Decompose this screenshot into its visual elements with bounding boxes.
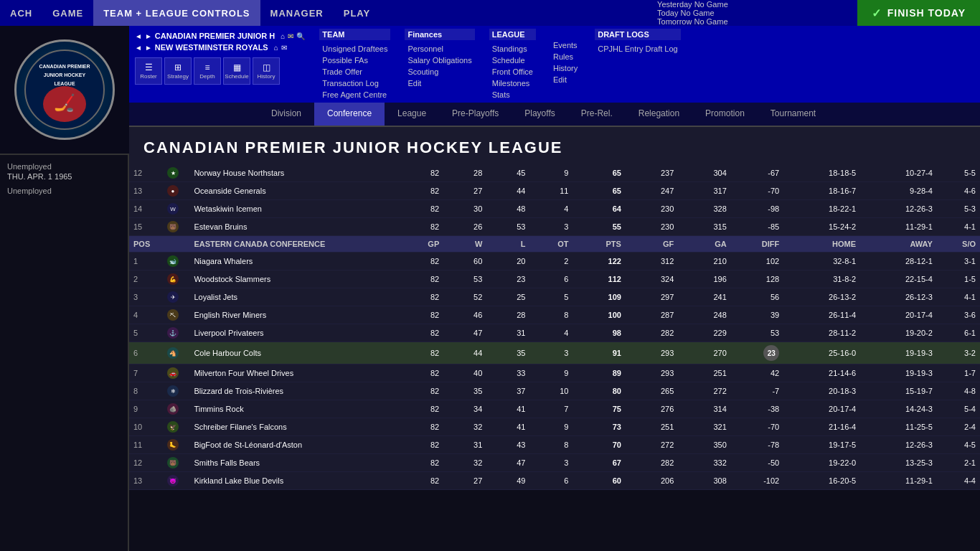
table-row[interactable]: 10 🦅 Schreiber Filane's Falcons 8232419 … [129,418,980,436]
svg-text:LEAGUE: LEAGUE [54,81,75,86]
mail-btn-2[interactable]: ✉ [281,44,287,52]
table-row[interactable]: 15 🐻 Estevan Bruins 8226533 55 230315-85… [129,218,980,236]
team-link-2[interactable]: NEW WESTMINSTER ROYALS [155,43,268,52]
tab-playoffs[interactable]: Playoffs [512,103,567,126]
draft-logs-menu: DRAFT LOGS CPJHL Entry Draft Log [595,29,680,54]
table-row[interactable]: 12 🐻 Smiths Falls Bears 8232473 67 28233… [129,454,980,472]
tab-pre-rel[interactable]: Pre-Rel. [568,103,626,126]
league-menu-item-5[interactable]: Stats [489,90,536,100]
next-arrow-2[interactable]: ► [145,44,152,52]
tab-league[interactable]: League [385,103,439,126]
league-menu2-item-1[interactable]: Events [550,40,580,50]
nav-arrow-row-1: ◄ ► CANADIAN PREMIER JUNIOR H ⌂ ✉ 🔍 [135,32,305,40]
team-menu-item-2[interactable]: Possible FAs [319,55,390,65]
game-nav-btn[interactable]: GAME [42,0,93,26]
table-row[interactable]: 8 ❄ Blizzard de Trois-Rivières 82353710 … [129,382,980,400]
league-menu2-item-4[interactable]: Edit [550,75,580,85]
mail-btn-1[interactable]: ✉ [288,32,293,40]
search-btn-1[interactable]: 🔍 [296,32,305,40]
schedule-tomorrow: No Game [694,17,727,26]
draft-log-item[interactable]: CPJHL Entry Draft Log [595,44,680,54]
manager-nav-btn[interactable]: MANAGER [260,0,334,26]
team-league-nav-btn[interactable]: TEAM + LEAGUE CONTROLS [93,0,260,26]
play-nav-btn[interactable]: PLAY [334,0,380,26]
table-row[interactable]: 2 💪 Woodstock Slammers 8253236 112 32419… [129,270,980,288]
finish-today-button[interactable]: ✓ FINISH TODAY [857,0,980,26]
table-row[interactable]: 1 🐋 Niagara Whalers 8260202 122 31221010… [129,253,980,270]
league-menu-2: Events Rules History Edit [550,29,580,85]
team-menu-item-5[interactable]: Free Agent Centre [319,90,390,100]
sidebar-team: Unemployed [7,187,121,195]
table-row-highlighted[interactable]: 6 🐴 Cole Harbour Colts 8244353 91 293270… [129,342,980,364]
prev-arrow-2[interactable]: ◄ [135,44,142,52]
finance-menu-item-1[interactable]: Personnel [405,44,474,54]
team-logo-icon: 🐻 [167,221,179,232]
finish-today-label: FINISH TODAY [887,7,966,19]
home-btn-1[interactable]: ⌂ [281,32,285,40]
team-menu-item-3[interactable]: Trade Offer [319,67,390,77]
finance-menu-title: Finances [405,29,474,40]
svg-text:JUNIOR HOCKEY: JUNIOR HOCKEY [44,72,86,77]
tab-pre-playoffs[interactable]: Pre-Playoffs [439,103,512,126]
team-menu-item-4[interactable]: Transaction Log [319,78,390,88]
tab-relegation[interactable]: Relegation [626,103,692,126]
table-row[interactable]: 12 ★ Norway House Northstars 8228459 65 … [129,164,980,182]
home-btn-2[interactable]: ⌂ [274,44,278,52]
svg-text:🏒: 🏒 [54,92,75,113]
team-logo-icon: 🐴 [167,347,179,359]
table-row[interactable]: 3 ✈ Loyalist Jets 8252255 109 29724156 2… [129,288,980,306]
strategy-icon-btn[interactable]: ⊞ Strategy [164,57,192,85]
team-logo-icon: 🐋 [167,255,179,267]
svg-text:CANADIAN PREMIER: CANADIAN PREMIER [39,64,90,69]
team-menu-item-1[interactable]: Unsigned Draftees [319,44,390,54]
table-row[interactable]: 7 🚗 Milverton Four Wheel Drives 8240339 … [129,364,980,382]
team-logo-icon: 🚗 [167,367,179,379]
table-row[interactable]: 13 😈 Kirkland Lake Blue Devils 8227496 6… [129,472,980,490]
main-content: CANADIAN PREMIER JUNIOR HOCKEY LEAGUE [129,127,980,490]
standings-table: 12 ★ Norway House Northstars 8228459 65 … [129,164,980,490]
ach-nav-btn[interactable]: ACH [0,0,42,26]
league-menu-item-1[interactable]: Standings [489,44,536,54]
top-nav-bar: ACH GAME TEAM + LEAGUE CONTROLS MANAGER … [0,0,980,26]
tab-tournament[interactable]: Tournament [758,103,829,126]
finance-menu-item-4[interactable]: Edit [405,78,474,88]
table-row[interactable]: 5 ⚓ Liverpool Privateers 8247314 98 2822… [129,324,980,342]
history-icon-btn[interactable]: ◫ History [253,57,280,85]
team-logo-icon: ★ [167,167,179,179]
table-row[interactable]: 11 🦶 BigFoot de St-Léonard-d'Aston 82314… [129,436,980,454]
team-link-1[interactable]: CANADIAN PREMIER JUNIOR H [155,32,275,40]
logo-area: CANADIAN PREMIER JUNIOR HOCKEY LEAGUE 🏒 [0,26,129,155]
tab-promotion[interactable]: Promotion [692,103,758,126]
league-menu-item-3[interactable]: Front Office [489,67,536,77]
roster-icon-btn[interactable]: ☰ Roster [135,57,162,85]
table-row[interactable]: 4 ⛏ English River Miners 8246288 100 287… [129,306,980,324]
league-menu-item-4[interactable]: Milestones [489,78,536,88]
team-menu: TEAM Unsigned Draftees Possible FAs Trad… [319,29,390,100]
prev-arrow-1[interactable]: ◄ [135,32,142,40]
next-arrow-1[interactable]: ► [145,32,152,40]
league-menu2-item-3[interactable]: History [550,63,580,73]
schedule-yesterday: No Game [694,0,728,9]
team-logo-icon: 💪 [167,273,179,285]
tab-division[interactable]: Division [258,103,314,126]
league-menu-item-2[interactable]: Schedule [489,55,536,65]
sidebar-status: Unemployed [7,162,121,171]
table-row[interactable]: 13 ● Oceanside Generals 82274411 65 2473… [129,182,980,200]
team-logo-icon: W [167,203,179,215]
nav-arrow-row-2: ◄ ► NEW WESTMINSTER ROYALS ⌂ ✉ [135,43,305,52]
sidebar: CANADIAN PREMIER JUNIOR HOCKEY LEAGUE 🏒 … [0,26,129,551]
table-row[interactable]: 9 🪨 Timmins Rock 8234417 75 276314-38 20… [129,400,980,418]
tab-conference[interactable]: Conference [314,103,385,126]
sidebar-date: THU. APR. 1 1965 [7,172,121,181]
schedule-today: No Game [681,9,715,17]
league-menu2-item-2[interactable]: Rules [550,52,580,62]
team-logo-icon: ✈ [167,291,179,303]
finance-menu-item-3[interactable]: Scouting [405,67,474,77]
schedule-icon-btn[interactable]: ▦ Schedule [223,57,250,85]
team-logo-icon: ⛏ [167,309,179,321]
finance-menu-item-2[interactable]: Salary Obligations [405,55,474,65]
league-logo: CANADIAN PREMIER JUNIOR HOCKEY LEAGUE 🏒 [14,39,115,140]
table-row[interactable]: 14 W Wetaskiwin Icemen 8230484 64 230328… [129,200,980,218]
depth-icon-btn[interactable]: ≡ Depth [194,57,221,85]
dropdown-menu-bar: ◄ ► CANADIAN PREMIER JUNIOR H ⌂ ✉ 🔍 ◄ ► … [129,26,980,103]
